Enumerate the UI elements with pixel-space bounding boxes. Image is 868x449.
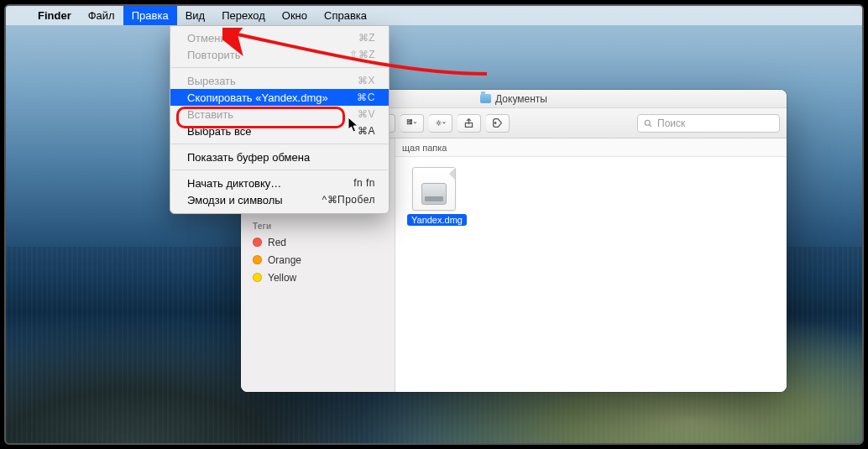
menu-item-shortcut: ⌘C xyxy=(357,91,375,103)
menu-edit[interactable]: Правка xyxy=(123,6,177,25)
grid-dropdown-icon xyxy=(406,117,417,128)
menu-go[interactable]: Переход xyxy=(213,6,274,25)
window-title: Документы xyxy=(495,93,547,105)
menu-item-cut: Вырезать ⌘X xyxy=(170,72,389,89)
search-icon xyxy=(643,118,653,128)
menu-item-label: Повторить xyxy=(187,49,240,61)
menu-item-start-dictation[interactable]: Начать диктовку… fn fn xyxy=(170,175,389,191)
path-bar-fragment: щая папка xyxy=(395,138,787,157)
menu-item-label: Отменить xyxy=(187,32,237,44)
menu-item-copy[interactable]: Скопировать «Yandex.dmg» ⌘C xyxy=(170,89,389,106)
menu-item-shortcut: ^⌘Пробел xyxy=(322,194,375,206)
menu-separator xyxy=(171,67,388,68)
sidebar-tag-red[interactable]: Red xyxy=(241,233,395,251)
file-item-yandex-dmg[interactable]: Yandex.dmg xyxy=(407,167,461,226)
menu-item-redo: Повторить ⇧⌘Z xyxy=(170,46,389,63)
menu-item-shortcut: ⌘V xyxy=(358,108,375,120)
menu-item-label: Скопировать «Yandex.dmg» xyxy=(187,91,328,104)
dmg-file-icon xyxy=(412,167,456,211)
share-button[interactable] xyxy=(458,114,481,133)
svg-point-11 xyxy=(494,123,496,124)
menu-item-emoji-symbols[interactable]: Эмодзи и символы ^⌘Пробел xyxy=(170,191,389,208)
menu-view[interactable]: Вид xyxy=(177,6,214,25)
menu-item-shortcut: fn fn xyxy=(353,177,375,189)
tag-icon xyxy=(492,117,503,128)
menu-separator xyxy=(171,170,388,170)
folder-icon xyxy=(480,94,491,103)
search-placeholder: Поиск xyxy=(657,117,685,129)
gear-icon xyxy=(435,117,446,128)
sidebar-tag-yellow[interactable]: Yellow xyxy=(241,269,395,286)
tag-dot-icon xyxy=(253,255,262,264)
menu-file[interactable]: Файл xyxy=(80,6,123,25)
menu-item-select-all[interactable]: Выбрать все ⌘A xyxy=(170,123,389,139)
svg-point-9 xyxy=(437,122,440,124)
menu-item-shortcut: ⌘X xyxy=(358,75,375,86)
menubar: Finder Файл Правка Вид Переход Окно Спра… xyxy=(6,6,862,25)
menu-item-label: Выбрать все xyxy=(187,125,251,138)
search-input[interactable]: Поиск xyxy=(637,114,780,133)
menu-item-label: Показать буфер обмена xyxy=(187,151,310,164)
svg-rect-8 xyxy=(410,123,412,124)
sidebar-section-tags: Теги xyxy=(241,215,395,233)
menu-item-shortcut: ⌘A xyxy=(358,125,375,137)
tags-button[interactable] xyxy=(486,114,510,133)
menubar-app-name[interactable]: Finder xyxy=(29,9,80,22)
action-button[interactable] xyxy=(429,114,452,133)
tag-dot-icon xyxy=(253,273,262,282)
menu-separator xyxy=(171,144,388,144)
finder-content-area[interactable]: щая папка Yandex.dmg xyxy=(395,138,787,392)
share-icon xyxy=(463,117,474,128)
menu-item-label: Вставить xyxy=(187,108,233,121)
svg-point-12 xyxy=(645,120,650,125)
svg-rect-7 xyxy=(407,123,409,124)
menu-help[interactable]: Справка xyxy=(316,6,375,25)
menu-item-shortcut: ⇧⌘Z xyxy=(349,49,375,60)
sidebar-item-label: Red xyxy=(268,237,286,248)
svg-rect-5 xyxy=(407,120,409,122)
menu-item-undo: Отменить ⌘Z xyxy=(170,29,389,46)
menu-item-paste: Вставить ⌘V xyxy=(170,106,389,123)
tag-dot-icon xyxy=(253,238,262,247)
sidebar-item-label: Orange xyxy=(268,254,301,266)
menu-item-show-clipboard[interactable]: Показать буфер обмена xyxy=(170,149,389,165)
menu-item-label: Вырезать xyxy=(187,75,236,87)
svg-rect-6 xyxy=(410,120,412,122)
edit-menu-dropdown: Отменить ⌘Z Повторить ⇧⌘Z Вырезать ⌘X Ск… xyxy=(170,25,390,214)
group-by-button[interactable] xyxy=(400,114,424,133)
file-name-label: Yandex.dmg xyxy=(407,214,467,226)
menu-window[interactable]: Окно xyxy=(274,6,316,25)
menu-item-label: Эмодзи и символы xyxy=(187,194,283,206)
sidebar-item-label: Yellow xyxy=(268,272,296,284)
menu-item-label: Начать диктовку… xyxy=(187,177,281,190)
sidebar-tag-orange[interactable]: Orange xyxy=(241,251,395,269)
menu-item-shortcut: ⌘Z xyxy=(358,32,375,44)
